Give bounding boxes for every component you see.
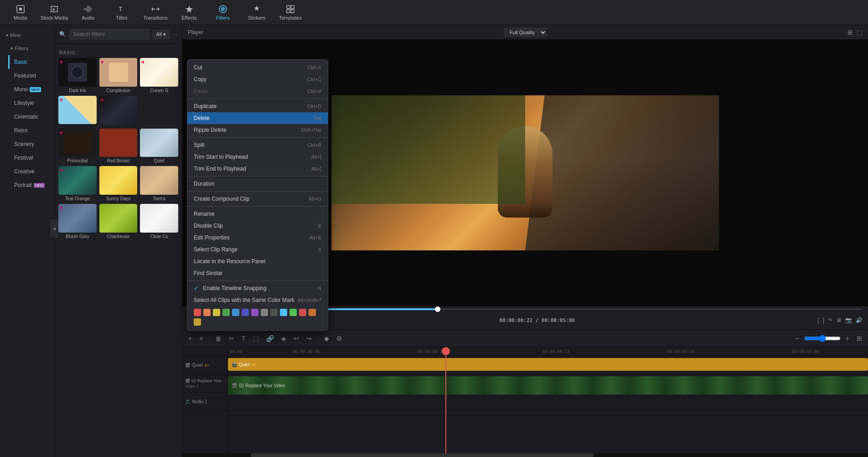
in-point-icon[interactable]: [ bbox=[817, 317, 819, 323]
filter-item-chartreuse[interactable]: Chartreuse bbox=[99, 204, 138, 239]
ctx-trim-end[interactable]: Trim End to Playhead Alt+] bbox=[187, 163, 328, 175]
progress-thumb[interactable] bbox=[435, 306, 440, 312]
search-input[interactable] bbox=[69, 29, 150, 40]
out-point-icon[interactable]: ] bbox=[823, 317, 824, 323]
ctx-copy[interactable]: Copy Ctrl+C bbox=[187, 73, 328, 85]
ctx-find-similar[interactable]: Find Similar bbox=[187, 267, 328, 279]
color-swatch[interactable] bbox=[194, 309, 201, 316]
ctx-delete[interactable]: Delete Del bbox=[187, 112, 328, 124]
timeline-auto-track[interactable]: ≡ bbox=[197, 333, 205, 343]
toolbar-templates[interactable]: Templates bbox=[274, 1, 306, 24]
ctx-split[interactable]: Split Ctrl+B bbox=[187, 139, 328, 151]
ctx-edit-properties[interactable]: Edit Properties Alt+E bbox=[187, 232, 328, 244]
timeline-delete[interactable]: 🗑 bbox=[213, 333, 224, 343]
ctx-cut[interactable]: Cut Ctrl+X bbox=[187, 62, 328, 73]
ctx-compound-clip[interactable]: Create Compound Clip Alt+G bbox=[187, 193, 328, 205]
timeline-scrollbar[interactable] bbox=[182, 453, 868, 457]
sidebar-item-featured[interactable]: Featured bbox=[8, 69, 54, 83]
filter-item-quiet[interactable]: Quiet bbox=[140, 129, 178, 164]
color-swatch[interactable] bbox=[289, 309, 297, 316]
speaker-icon[interactable]: 🔊 bbox=[856, 317, 863, 323]
monitor-icon[interactable]: 🖥 bbox=[836, 317, 842, 323]
filter-all-tag[interactable]: All ▾ bbox=[152, 30, 170, 39]
filter-item-sunny-days[interactable]: Sunny Days bbox=[99, 166, 138, 201]
ctx-trim-start[interactable]: Trim Start to Playhead Alt+[ bbox=[187, 151, 328, 163]
color-swatch[interactable] bbox=[213, 309, 220, 316]
color-swatch[interactable] bbox=[261, 309, 268, 316]
toolbar-filters[interactable]: Filters bbox=[207, 1, 239, 24]
timeline-zoom-out[interactable]: − bbox=[793, 333, 801, 343]
ctx-locate-resource[interactable]: Locate in the Resource Panel bbox=[187, 255, 328, 267]
timeline-add-track[interactable]: + bbox=[186, 333, 194, 343]
sidebar-item-retro[interactable]: Retro bbox=[8, 124, 54, 137]
sidebar-item-basic[interactable]: Basic bbox=[8, 55, 54, 69]
camera-icon[interactable]: 📷 bbox=[845, 317, 852, 323]
ctx-disable-clip[interactable]: Disable Clip E bbox=[187, 220, 328, 232]
sidebar-collapse-btn[interactable]: ◂ bbox=[50, 219, 58, 238]
forward-icon[interactable]: ↷ bbox=[828, 317, 832, 323]
color-swatch[interactable] bbox=[242, 309, 249, 316]
sidebar-filters-header[interactable]: ▾ Filters bbox=[5, 42, 54, 55]
sidebar-item-cinematic[interactable]: Cinematic bbox=[8, 110, 54, 124]
timeline-text[interactable]: T bbox=[239, 333, 248, 343]
sidebar-item-lifestyle[interactable]: Lifestyle bbox=[8, 96, 54, 110]
timeline-link[interactable]: 🔗 bbox=[264, 333, 276, 343]
color-swatch[interactable] bbox=[203, 309, 211, 316]
timeline-redo[interactable]: ↪ bbox=[304, 333, 314, 343]
toolbar-stickers[interactable]: Stickers bbox=[241, 1, 273, 24]
timeline-crop[interactable]: ⬚ bbox=[251, 333, 261, 343]
filter-item-complexion[interactable]: ♥ Complexion bbox=[99, 58, 138, 93]
quality-select[interactable]: Full Quality Half Quality bbox=[504, 28, 547, 37]
ctx-ripple-delete[interactable]: Ripple Delete Shift+Del bbox=[187, 124, 328, 136]
ctx-rename[interactable]: Rename bbox=[187, 208, 328, 220]
color-swatch[interactable] bbox=[270, 309, 278, 316]
filter-item-dark-ink[interactable]: ♥ Dark Ink bbox=[58, 58, 97, 93]
filter-item-g2[interactable]: ♥ bbox=[99, 96, 138, 126]
toolbar-audio[interactable]: Audio bbox=[72, 1, 104, 24]
timeline-undo[interactable]: ↩ bbox=[291, 333, 301, 343]
color-swatch[interactable] bbox=[280, 309, 287, 316]
video-clip-02[interactable]: 🎬 02 Replace Your Video bbox=[228, 376, 868, 395]
playhead[interactable] bbox=[445, 347, 446, 453]
scroll-thumb[interactable] bbox=[251, 453, 594, 457]
timeline-zoom-in[interactable]: + bbox=[843, 333, 852, 343]
timeline-marker[interactable]: ◆ bbox=[322, 333, 331, 343]
ctx-duration[interactable]: Duration bbox=[187, 178, 328, 190]
ctx-select-clip-range[interactable]: Select Clip Range X bbox=[187, 244, 328, 255]
sidebar-item-festival[interactable]: Festival bbox=[8, 151, 54, 165]
filter-item-cream-g[interactable]: ♥ Cream G bbox=[140, 58, 178, 93]
timeline-composite[interactable]: ◈ bbox=[279, 333, 289, 343]
timeline-cut[interactable]: ✂ bbox=[227, 333, 237, 343]
color-swatch[interactable] bbox=[194, 318, 201, 326]
sidebar-item-mono[interactable]: Mono NEW bbox=[8, 83, 54, 96]
timeline-zoom-slider[interactable] bbox=[804, 335, 841, 342]
ctx-same-color[interactable]: Select All Clips with the Same Color Mar… bbox=[187, 294, 328, 306]
filter-item-teal-orange[interactable]: ♥ Teal Orange bbox=[58, 166, 97, 201]
filter-item-bluish-grey[interactable]: ♥ Bluish Grey bbox=[58, 204, 97, 239]
filter-item-clear-co[interactable]: Clear Co bbox=[140, 204, 178, 239]
color-swatch[interactable] bbox=[299, 309, 306, 316]
ctx-paste[interactable]: Paste Ctrl+V bbox=[187, 85, 328, 97]
timeline-settings[interactable]: ⚙ bbox=[334, 333, 345, 343]
ctx-duplicate[interactable]: Duplicate Ctrl+D bbox=[187, 100, 328, 112]
sidebar-mine[interactable]: ▾ Mine bbox=[0, 29, 54, 42]
filter-item-sierra[interactable]: ♥ Sierra bbox=[140, 166, 178, 201]
color-swatch[interactable] bbox=[222, 309, 230, 316]
sidebar-item-portrait[interactable]: Portrait NEW bbox=[8, 178, 54, 192]
quiet-filter-clip[interactable]: 🎬 Quiet 🏷 bbox=[228, 358, 868, 371]
color-swatch[interactable] bbox=[232, 309, 239, 316]
color-swatch[interactable] bbox=[251, 309, 258, 316]
toolbar-stock-media[interactable]: Stock Media bbox=[38, 1, 70, 24]
filter-item-g1[interactable]: ♥ bbox=[58, 96, 97, 126]
filter-item-primordial[interactable]: ♥ Primordial bbox=[58, 129, 97, 164]
more-options-icon[interactable]: ··· bbox=[173, 31, 177, 37]
sidebar-item-creative[interactable]: Creative bbox=[8, 165, 54, 178]
toolbar-effects[interactable]: Effects bbox=[173, 1, 205, 24]
toolbar-transitions[interactable]: Transitions bbox=[140, 1, 171, 24]
filter-item-red-brown[interactable]: Red Brown bbox=[99, 129, 138, 164]
sidebar-item-scenery[interactable]: Scenery bbox=[8, 137, 54, 151]
timeline-fit[interactable]: ⊞ bbox=[854, 333, 864, 343]
toolbar-titles[interactable]: T Titles bbox=[106, 1, 138, 24]
toolbar-media[interactable]: Media bbox=[5, 1, 36, 24]
color-swatch[interactable] bbox=[309, 309, 316, 316]
